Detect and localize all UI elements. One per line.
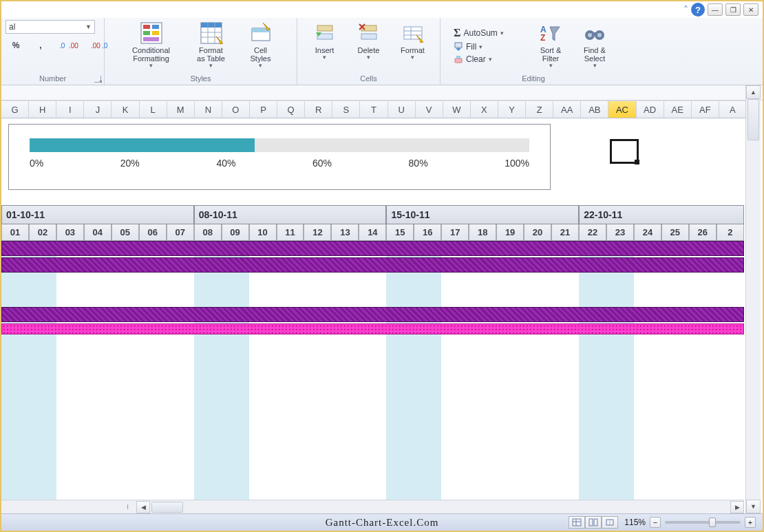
column-header-L[interactable]: L bbox=[140, 101, 167, 118]
gantt-day-header: 25 bbox=[661, 224, 689, 241]
column-header-J[interactable]: J bbox=[84, 101, 112, 118]
gantt-day-header: 07 bbox=[167, 224, 194, 241]
column-header-AA[interactable]: AA bbox=[553, 101, 581, 118]
column-header-I[interactable]: I bbox=[56, 101, 84, 118]
find-select-button[interactable]: Find & Select ▾ bbox=[574, 20, 615, 71]
insert-cells-button[interactable]: Insert ▾ bbox=[304, 20, 346, 63]
column-header-K[interactable]: K bbox=[112, 101, 139, 118]
zoom-thumb[interactable] bbox=[709, 518, 716, 527]
column-header-AC[interactable]: AC bbox=[608, 101, 636, 118]
column-header-AF[interactable]: AF bbox=[692, 101, 719, 118]
gantt-week-header: 01-10-11 bbox=[1, 205, 194, 224]
format-table-icon bbox=[200, 21, 223, 45]
progress-tick: 20% bbox=[120, 158, 140, 169]
fill-handle[interactable] bbox=[635, 160, 639, 164]
gantt-day-header: 26 bbox=[689, 224, 717, 241]
weekend-column bbox=[579, 241, 606, 513]
number-format-dropdown[interactable]: al ▼ bbox=[6, 20, 95, 34]
column-header-W[interactable]: W bbox=[443, 101, 471, 118]
scroll-up-button[interactable]: ▲ bbox=[746, 85, 761, 99]
hscroll-thumb[interactable] bbox=[151, 502, 183, 513]
comma-style-button[interactable]: , bbox=[30, 38, 51, 53]
format-as-table-button[interactable]: Format as Table ▾ bbox=[186, 20, 237, 71]
progress-tick: 80% bbox=[409, 158, 428, 169]
sigma-icon: Σ bbox=[454, 27, 460, 39]
column-header-V[interactable]: V bbox=[416, 101, 443, 118]
zoom-in-button[interactable]: + bbox=[745, 517, 756, 528]
horizontal-scrollbar[interactable]: ◀ ▶ bbox=[136, 500, 744, 513]
gantt-bar[interactable] bbox=[1, 323, 744, 334]
column-header-R[interactable]: R bbox=[305, 101, 332, 118]
column-header-U[interactable]: U bbox=[388, 101, 416, 118]
cell-styles-button[interactable]: Cell Styles ▾ bbox=[240, 20, 282, 71]
column-header-AD[interactable]: AD bbox=[637, 101, 664, 118]
svg-rect-38 bbox=[592, 32, 597, 36]
autosum-button[interactable]: ΣAutoSum ▾ bbox=[452, 26, 527, 40]
gantt-day-header: 24 bbox=[634, 224, 661, 241]
svg-text:.00: .00 bbox=[91, 42, 100, 50]
sort-filter-icon: AZ bbox=[539, 21, 562, 45]
number-dialog-launcher[interactable] bbox=[94, 76, 101, 83]
vertical-scrollbar[interactable]: ▲ ▼ bbox=[745, 85, 761, 513]
window-close-button[interactable]: ✕ bbox=[743, 3, 758, 16]
gantt-day-header: 19 bbox=[496, 224, 524, 241]
scroll-left-button[interactable]: ◀ bbox=[136, 501, 150, 513]
column-header-N[interactable]: N bbox=[195, 101, 222, 118]
delete-cells-button[interactable]: Delete ▾ bbox=[348, 20, 390, 63]
ribbon-minimize-caret[interactable]: ˄ bbox=[683, 4, 688, 15]
svg-rect-29 bbox=[455, 43, 462, 47]
gantt-week-header: 22-10-11 bbox=[579, 205, 744, 224]
gantt-bar[interactable] bbox=[1, 257, 744, 273]
increase-decimal-button[interactable]: .0.00 bbox=[55, 38, 83, 53]
group-label-editing: Editing bbox=[522, 74, 545, 84]
sheet-tabs-area[interactable] bbox=[1, 500, 118, 513]
ribbon-group-styles: Conditional Formatting ▾ Format as Table… bbox=[105, 18, 297, 85]
gantt-bar[interactable] bbox=[1, 307, 744, 322]
gantt-day-header: 05 bbox=[112, 224, 139, 241]
zoom-value[interactable]: 115% bbox=[624, 518, 646, 527]
clear-button[interactable]: Clear ▾ bbox=[452, 54, 527, 65]
column-header-Y[interactable]: Y bbox=[498, 101, 526, 118]
column-header-S[interactable]: S bbox=[332, 101, 360, 118]
format-cells-button[interactable]: Format ▾ bbox=[392, 20, 434, 63]
svg-rect-11 bbox=[201, 23, 222, 28]
progress-tick: 60% bbox=[312, 158, 332, 169]
page-break-view-button[interactable] bbox=[602, 516, 618, 529]
progress-ticks: 0%20%40%60%80%100% bbox=[30, 158, 529, 169]
worksheet-area[interactable]: 0%20%40%60%80%100% 01-10-1108-10-1115-10… bbox=[1, 118, 744, 513]
gantt-bar[interactable] bbox=[1, 241, 744, 256]
progress-tick: 40% bbox=[216, 158, 235, 169]
column-header-X[interactable]: X bbox=[471, 101, 498, 118]
gantt-day-header: 13 bbox=[331, 224, 359, 241]
help-icon[interactable]: ? bbox=[691, 3, 705, 17]
scroll-right-button[interactable]: ▶ bbox=[730, 501, 744, 513]
sort-filter-button[interactable]: AZ Sort & Filter ▾ bbox=[530, 20, 571, 71]
column-header-G[interactable]: G bbox=[1, 101, 29, 118]
page-layout-view-button[interactable] bbox=[585, 516, 602, 529]
column-header-A[interactable]: A bbox=[719, 101, 747, 118]
conditional-formatting-button[interactable]: Conditional Formatting ▾ bbox=[120, 20, 183, 71]
column-header-AB[interactable]: AB bbox=[581, 101, 608, 118]
percent-style-button[interactable]: % bbox=[6, 38, 26, 53]
fill-button[interactable]: Fill ▾ bbox=[452, 41, 527, 52]
tab-scroll-button[interactable]: ⁞ bbox=[118, 500, 136, 513]
column-header-H[interactable]: H bbox=[29, 101, 56, 118]
svg-rect-44 bbox=[589, 519, 593, 526]
column-header-M[interactable]: M bbox=[167, 101, 195, 118]
window-minimize-button[interactable]: — bbox=[708, 3, 723, 16]
watermark-text: Gantt-Chart-Excel.Com bbox=[326, 517, 439, 529]
column-header-Z[interactable]: Z bbox=[526, 101, 553, 118]
window-restore-button[interactable]: ❐ bbox=[725, 3, 741, 16]
normal-view-button[interactable] bbox=[569, 516, 585, 529]
column-header-Q[interactable]: Q bbox=[277, 101, 305, 118]
column-header-T[interactable]: T bbox=[360, 101, 388, 118]
column-header-AE[interactable]: AE bbox=[664, 101, 692, 118]
gantt-day-header: 22 bbox=[579, 224, 606, 241]
column-header-O[interactable]: O bbox=[222, 101, 250, 118]
scroll-thumb[interactable] bbox=[747, 99, 759, 140]
zoom-slider[interactable] bbox=[665, 521, 741, 524]
scroll-down-button[interactable]: ▼ bbox=[746, 500, 761, 513]
column-header-P[interactable]: P bbox=[250, 101, 277, 118]
zoom-out-button[interactable]: − bbox=[650, 517, 661, 528]
gantt-day-header: 17 bbox=[441, 224, 469, 241]
